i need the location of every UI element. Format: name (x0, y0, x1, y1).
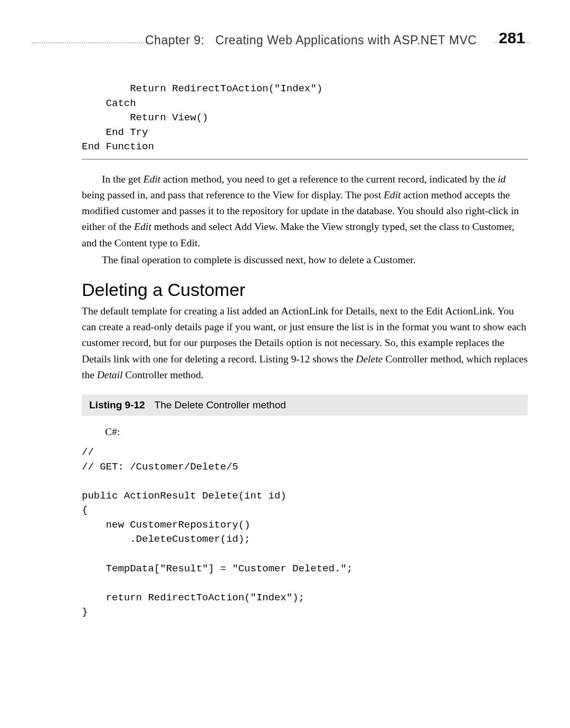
body-paragraph-1: In the get Edit action method, you need … (82, 171, 528, 251)
body-paragraph-2: The final operation to complete is discu… (82, 252, 528, 268)
code-block-continuation: Return RedirectToAction("Index") Catch R… (82, 82, 528, 155)
divider-rule (82, 159, 528, 160)
code-block-main: // // GET: /Customer/Delete/5 public Act… (82, 445, 528, 620)
dotted-rule-left (32, 42, 148, 43)
section-heading: Deleting a Customer (82, 280, 528, 300)
body-paragraph-3: The default template for creating a list… (82, 303, 528, 383)
chapter-name: Creating Web Applications with ASP.NET M… (215, 33, 477, 47)
chapter-title: Chapter 9: Creating Web Applications wit… (145, 33, 477, 47)
chapter-label: Chapter 9: (145, 33, 204, 47)
page-header: Chapter 9: Creating Web Applications wit… (82, 34, 528, 50)
language-label: C#: (105, 426, 528, 438)
listing-number: Listing 9-12 (89, 399, 145, 410)
listing-caption-bar: Listing 9-12The Delete Controller method (82, 395, 528, 416)
listing-title: The Delete Controller method (155, 399, 286, 410)
page-number: 281 (499, 29, 525, 47)
